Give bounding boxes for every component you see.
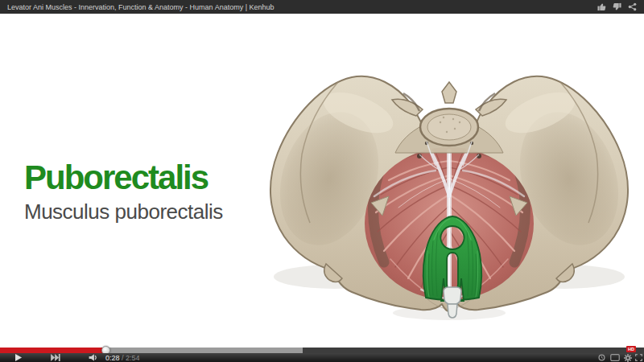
progress-played [0, 348, 105, 353]
play-button[interactable] [15, 353, 23, 362]
video-titlebar: Levator Ani Muscles - Innervation, Funct… [0, 0, 644, 14]
watch-later-icon [598, 354, 605, 361]
slide-subheading: Musculus puborectalis [24, 200, 223, 224]
settings-button[interactable] [624, 353, 632, 362]
settings-gear-icon [624, 354, 632, 362]
slide-heading: Puborectalis [24, 161, 223, 195]
hd-badge[interactable]: HD [626, 346, 636, 352]
next-icon [51, 354, 60, 361]
like-icon[interactable] [597, 2, 606, 11]
watch-later-button[interactable] [598, 353, 605, 362]
progress-bar[interactable] [0, 348, 644, 353]
volume-button[interactable] [89, 353, 98, 362]
duration: 2:54 [126, 354, 140, 362]
share-icon[interactable] [628, 2, 637, 11]
pelvis-illustration [262, 58, 640, 323]
youtube-player: { "titlebar": { "title": "Levator Ani Mu… [0, 0, 644, 362]
play-icon [15, 354, 23, 361]
next-button[interactable] [51, 353, 60, 362]
dislike-icon[interactable] [613, 2, 621, 11]
slide-caption: Puborectalis Musculus puborectalis [24, 161, 223, 224]
fullscreen-button[interactable] [635, 353, 642, 362]
cc-button[interactable] [610, 353, 620, 362]
time-separator: / [120, 354, 126, 362]
video-title[interactable]: Levator Ani Muscles - Innervation, Funct… [7, 3, 597, 11]
titlebar-actions [597, 2, 637, 11]
control-bar: 0:28 / 2:54 [0, 353, 644, 362]
fullscreen-icon [635, 354, 642, 361]
cc-icon [610, 354, 620, 361]
time-display: 0:28 / 2:54 [105, 353, 140, 362]
current-time: 0:28 [105, 354, 120, 362]
video-content[interactable]: Puborectalis Musculus puborectalis [0, 14, 644, 348]
volume-icon [89, 354, 98, 361]
